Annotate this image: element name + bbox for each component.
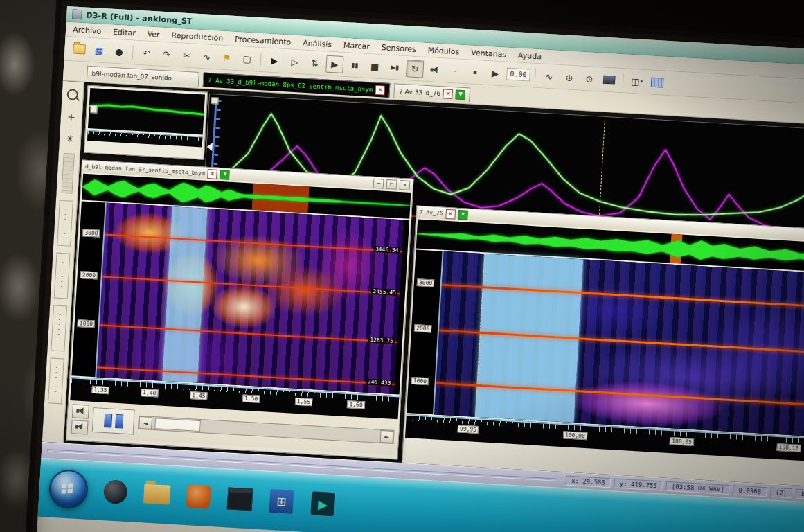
tab-close-icon[interactable]: × — [445, 209, 456, 219]
zoom-in-icon[interactable]: ⊕ — [560, 69, 578, 87]
play-button[interactable]: ▶ — [265, 51, 283, 69]
redo-button[interactable]: ↷ — [158, 45, 176, 63]
menu-ayuda[interactable]: Ayuda — [518, 51, 542, 61]
taskbar-media-app[interactable] — [184, 482, 213, 511]
y-tick-label: 1000 — [411, 377, 429, 385]
undo-button[interactable]: ↶ — [138, 44, 156, 62]
taskbar-app-dark-circle[interactable] — [101, 477, 130, 506]
frequency-cursor-line[interactable] — [102, 276, 400, 294]
x-tick-label: 99,95 — [458, 425, 479, 434]
tab-close-icon[interactable]: × — [375, 85, 386, 96]
tab-open-icon[interactable]: ▼ — [456, 89, 466, 100]
play-audio-button-bottom[interactable] — [71, 420, 89, 434]
menu-editar[interactable]: Editar — [113, 27, 136, 37]
zoom-tool-button[interactable] — [64, 87, 80, 103]
play-window-button[interactable]: ▶ — [325, 55, 343, 73]
frequency-readout: 746.433 — [366, 379, 393, 387]
contrast-slider[interactable] — [61, 153, 74, 194]
vertical-tab-4[interactable] — [48, 357, 64, 404]
tab-second-file[interactable]: 7 Av 33_d_76 × ▼ — [394, 83, 471, 102]
volume-button[interactable] — [426, 60, 444, 78]
palette-chip-icon[interactable] — [600, 71, 618, 89]
start-button[interactable] — [48, 469, 89, 510]
menu-sensores[interactable]: Sensores — [381, 43, 416, 54]
window-layout-button[interactable]: ◫▾ — [628, 72, 646, 90]
measure-tool-icon[interactable]: ∿ — [540, 67, 558, 85]
gain-slider-panel[interactable] — [92, 407, 135, 434]
mini-waveform-window — [84, 85, 208, 160]
x-tick-label: 100,00 — [563, 431, 587, 440]
spectrogram-area[interactable]: 3446.34 2455.45 1283.75 746.433 3000 200… — [71, 202, 409, 395]
menu-archivo[interactable]: Archivo — [73, 25, 102, 35]
spectrogram-window-left[interactable]: d_b9l-modan fan_07_sentib_mscta_bsym × ▼… — [66, 159, 414, 459]
y-tick-label: 3000 — [417, 278, 435, 287]
scrollbar-thumb[interactable] — [154, 418, 201, 432]
play-icon: ▶ — [310, 491, 335, 516]
skip-end-button[interactable]: ▶▮ — [386, 58, 404, 76]
x-tick-label: 1,35 — [91, 386, 109, 394]
app-circle-icon — [103, 479, 128, 504]
vertical-tab-3[interactable] — [51, 305, 67, 351]
slider-bar[interactable] — [115, 414, 123, 429]
menu-modulos[interactable]: Módulos — [427, 45, 459, 56]
selection-box-icon[interactable]: ▢ — [238, 50, 256, 68]
minimize-button[interactable]: ─ — [373, 178, 384, 188]
pause-button[interactable]: ▮▮ — [346, 56, 364, 74]
tab-open-icon[interactable]: ▼ — [220, 170, 230, 180]
horizontal-scrollbar[interactable]: ◄ ► — [138, 416, 395, 444]
menu-ventanas[interactable]: Ventanas — [471, 48, 507, 59]
cut-icon[interactable]: ✂ — [178, 46, 196, 64]
toolbar-separator — [260, 53, 261, 66]
tab-close-icon[interactable]: × — [443, 89, 454, 99]
play-speed-button[interactable]: ▶ — [486, 64, 504, 82]
vertical-tab-1[interactable] — [57, 200, 73, 247]
close-button[interactable]: × — [400, 179, 411, 190]
speaker-icon — [430, 66, 440, 74]
marker-flag-icon[interactable]: ⚑ — [217, 48, 235, 66]
slider-bar[interactable] — [104, 414, 112, 428]
menu-analisis[interactable]: Análisis — [303, 38, 332, 48]
taskbar-dark-window-app[interactable] — [225, 484, 254, 513]
scroll-right-arrow[interactable]: ► — [380, 430, 394, 443]
mini-waveform-canvas[interactable] — [88, 88, 205, 134]
volume-minus[interactable]: – — [446, 62, 464, 80]
monitor-bezel: D3-R (Full) - anklong_ST Archivo Editar … — [21, 0, 804, 532]
status-file-info: [03:58 04 WAV] — [665, 481, 730, 495]
crosshair-tool-button[interactable]: + — [63, 109, 79, 125]
stop-button[interactable]: ■ — [366, 57, 384, 75]
brightness-tool-button[interactable]: ☀ — [62, 131, 78, 147]
taskbar-explorer[interactable] — [143, 479, 172, 508]
volume-level-dot[interactable]: ▪ — [466, 63, 484, 81]
tab-open-icon[interactable]: ▼ — [458, 209, 468, 220]
record-button[interactable]: ● — [110, 42, 128, 60]
play-scroll-button[interactable]: ⇅ — [305, 53, 323, 71]
play-audio-button-top[interactable] — [72, 404, 89, 418]
frequency-cursor-line[interactable] — [105, 234, 402, 253]
play-selection-button[interactable]: ▷ — [285, 53, 303, 71]
menu-procesamiento[interactable]: Procesamiento — [235, 34, 292, 46]
save-button[interactable]: ▦ — [90, 41, 108, 59]
play-position-marker[interactable] — [206, 142, 213, 150]
window-app-icon — [227, 487, 253, 511]
scroll-left-arrow[interactable]: ◄ — [139, 416, 152, 429]
menu-marcar[interactable]: Marcar — [343, 40, 370, 51]
loop-button[interactable]: ↻ — [406, 60, 424, 78]
open-folder-button[interactable] — [70, 40, 88, 58]
menu-ver[interactable]: Ver — [147, 29, 160, 39]
tab-close-icon[interactable]: × — [207, 168, 217, 179]
spectrogram-area[interactable]: 3000 2000 1000 ▲ — [407, 249, 804, 438]
menu-reproduccion[interactable]: Reproducción — [171, 30, 223, 42]
x-tick-label: 1,40 — [141, 389, 159, 397]
folder-icon — [143, 484, 171, 504]
zoom-tools-icon[interactable]: ⊙ — [580, 69, 598, 87]
x-tick-label: 1,50 — [242, 394, 260, 402]
app-icon — [72, 9, 82, 19]
filter-curve-icon[interactable]: ∿ — [198, 47, 216, 65]
taskbar-player-app[interactable]: ▶ — [308, 489, 337, 518]
frequency-cursor-line[interactable] — [100, 325, 397, 344]
spectrogram-window-right[interactable]: 7 Av_76 × ▼ — [402, 205, 804, 490]
taskbar-blue-app[interactable]: ⊞ — [267, 487, 296, 516]
maximize-button[interactable]: □ — [386, 179, 397, 189]
data-table-button[interactable] — [648, 73, 666, 91]
vertical-tab-2[interactable] — [54, 253, 71, 299]
